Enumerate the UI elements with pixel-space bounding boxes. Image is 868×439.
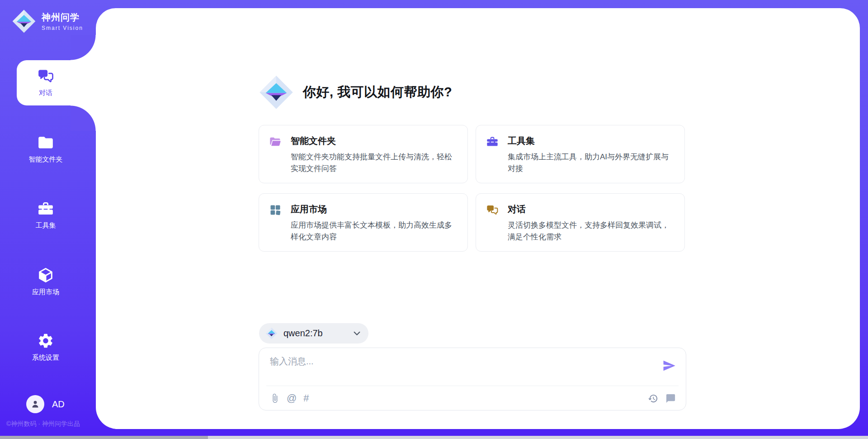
app-window: 你好, 我可以如何帮助你? 智能文件夹 智能文件夹功能支持批量文件上传与清洗，轻… <box>0 0 868 439</box>
user-name: AD <box>52 399 65 410</box>
composer-actions <box>648 393 676 404</box>
hash-icon[interactable]: # <box>303 393 309 403</box>
chevron-down-icon <box>354 331 360 336</box>
chat-icon <box>37 67 54 85</box>
attachment-icon[interactable] <box>270 393 280 403</box>
send-icon[interactable] <box>662 359 676 372</box>
card-description: 应用市场提供丰富长文本模板，助力高效生成多样化文章内容 <box>291 220 457 243</box>
quick-phrase-icon[interactable] <box>665 393 676 404</box>
brand-diamond-icon <box>259 75 294 110</box>
cube-icon <box>37 267 54 284</box>
copyright-footer: ©神州数码 · 神州问学出品 <box>6 420 92 428</box>
feature-cards: 智能文件夹 智能文件夹功能支持批量文件上传与清洗，轻松实现文件问答 工具集 集成… <box>259 125 686 252</box>
sidebar-item-label: 工具集 <box>36 221 56 230</box>
model-logo-icon <box>265 327 278 339</box>
avatar <box>26 395 44 413</box>
card-title: 对话 <box>508 203 674 215</box>
sidebar-item-label: 智能文件夹 <box>29 155 63 164</box>
model-selector[interactable]: qwen2:7b <box>259 323 368 344</box>
composer-tools: @ # <box>270 393 309 403</box>
card-chat[interactable]: 对话 灵活切换多模型文件，支持多样回复效果调试，满足个性化需求 <box>476 193 685 252</box>
brand-logo-icon <box>12 9 36 33</box>
history-icon[interactable] <box>648 393 658 404</box>
folder-icon <box>37 134 54 151</box>
horizontal-scrollbar[interactable] <box>0 436 868 439</box>
toolbox-icon <box>37 200 54 217</box>
card-toolset[interactable]: 工具集 集成市场上主流工具，助力AI与外界无缝扩展与对接 <box>476 125 685 183</box>
sidebar-item-toolset[interactable]: 工具集 <box>7 200 84 230</box>
user-account[interactable]: AD <box>26 395 65 413</box>
card-title: 工具集 <box>508 135 674 147</box>
sidebar: 神州问学 Smart Vision 对话 智能文件夹 工具集 应用市场 系统设置 <box>0 0 96 439</box>
model-name: qwen2:7b <box>283 328 348 339</box>
brand: 神州问学 Smart Vision <box>12 9 83 33</box>
composer-divider <box>266 386 679 386</box>
sidebar-item-smart-folder[interactable]: 智能文件夹 <box>7 134 84 164</box>
greeting-title: 你好, 我可以如何帮助你? <box>303 83 452 101</box>
mention-icon[interactable]: @ <box>287 393 297 403</box>
greeting-row: 你好, 我可以如何帮助你? <box>259 75 452 110</box>
brand-name: 神州问学 <box>42 11 83 24</box>
sidebar-item-app-market[interactable]: 应用市场 <box>7 267 84 296</box>
main-panel: 你好, 我可以如何帮助你? 智能文件夹 智能文件夹功能支持批量文件上传与清洗，轻… <box>96 8 860 429</box>
sidebar-item-label: 对话 <box>39 89 52 97</box>
gear-icon <box>37 332 54 349</box>
grid-icon <box>269 204 282 216</box>
card-app-market[interactable]: 应用市场 应用市场提供丰富长文本模板，助力高效生成多样化文章内容 <box>259 193 468 252</box>
sidebar-item-label: 系统设置 <box>32 353 59 362</box>
message-input[interactable] <box>270 356 654 367</box>
sidebar-item-label: 应用市场 <box>32 288 59 296</box>
card-description: 智能文件夹功能支持批量文件上传与清洗，轻松实现文件问答 <box>291 151 457 175</box>
card-smart-folder[interactable]: 智能文件夹 智能文件夹功能支持批量文件上传与清洗，轻松实现文件问答 <box>259 125 468 183</box>
card-description: 灵活切换多模型文件，支持多样回复效果调试，满足个性化需求 <box>508 220 674 243</box>
folder-open-icon <box>269 135 282 148</box>
scrollbar-thumb[interactable] <box>0 436 208 439</box>
brand-subtitle: Smart Vision <box>42 25 83 31</box>
toolbox-icon <box>486 135 499 148</box>
card-title: 智能文件夹 <box>291 135 457 147</box>
sidebar-item-chat[interactable]: 对话 <box>7 67 84 97</box>
card-description: 集成市场上主流工具，助力AI与外界无缝扩展与对接 <box>508 151 674 175</box>
message-composer: @ # <box>259 348 686 410</box>
chat-icon <box>486 204 499 216</box>
card-title: 应用市场 <box>291 203 457 215</box>
person-icon <box>30 399 41 410</box>
sidebar-item-settings[interactable]: 系统设置 <box>7 332 84 362</box>
